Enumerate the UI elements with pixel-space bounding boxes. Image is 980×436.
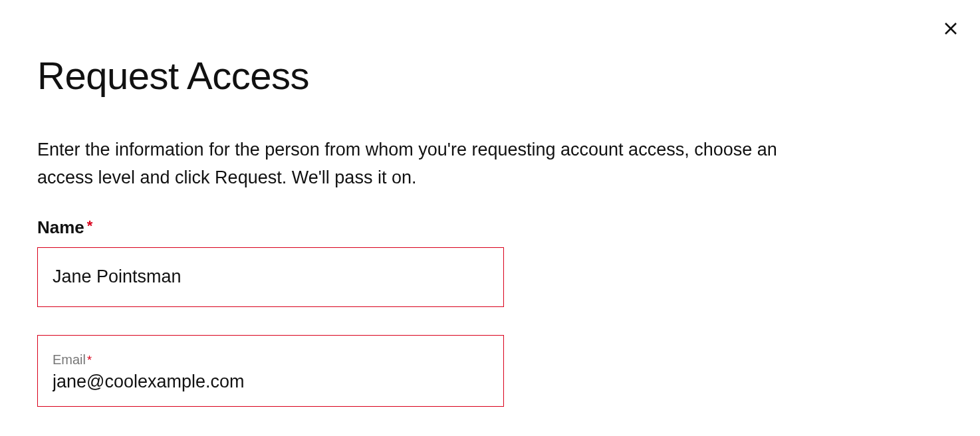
name-input-container <box>37 247 504 307</box>
email-label: Email* <box>53 352 489 368</box>
close-button[interactable] <box>940 19 961 40</box>
request-access-dialog: Request Access Enter the information for… <box>0 0 918 407</box>
required-indicator: * <box>87 217 93 234</box>
email-input-container: Email* <box>37 335 504 407</box>
close-icon <box>943 21 959 39</box>
dialog-description: Enter the information for the person fro… <box>37 136 808 192</box>
name-label-text: Name <box>37 217 84 237</box>
email-input[interactable] <box>53 372 489 392</box>
name-input[interactable] <box>53 267 489 287</box>
dialog-title: Request Access <box>37 53 880 98</box>
required-indicator: * <box>87 354 92 367</box>
email-label-text: Email <box>53 352 86 367</box>
name-label: Name* <box>37 217 880 238</box>
